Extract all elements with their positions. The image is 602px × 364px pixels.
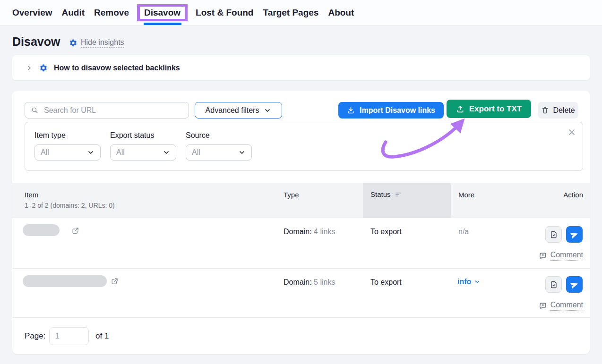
comment-plus-icon <box>539 252 547 260</box>
search-input[interactable] <box>43 106 177 115</box>
send-icon <box>570 280 579 289</box>
type-prefix: Domain: <box>284 278 312 286</box>
page-total-label: of 1 <box>95 331 109 341</box>
howto-label: How to disavow selected backlinks <box>54 64 180 72</box>
external-link-icon[interactable] <box>71 227 79 235</box>
item-type-value: All <box>41 148 49 157</box>
row-divider <box>12 317 590 318</box>
delete-button[interactable]: Delete <box>538 102 578 119</box>
close-filters-icon[interactable] <box>568 128 576 136</box>
chevron-down-icon <box>163 149 170 156</box>
item-type-label: Item type <box>34 131 101 140</box>
row-divider <box>12 268 590 269</box>
item-type-select[interactable]: All <box>34 144 101 161</box>
disavow-page: Overview Audit Remove Disavow Lost & Fou… <box>0 0 602 364</box>
search-icon <box>31 106 39 114</box>
column-header-more: More <box>458 191 474 199</box>
status-cell: To export <box>370 228 402 236</box>
page-input[interactable] <box>49 327 89 345</box>
howto-accordion[interactable]: How to disavow selected backlinks <box>12 55 590 80</box>
info-label: info <box>457 278 471 286</box>
chevron-down-icon <box>474 279 481 285</box>
item-count-summary: 1–2 of 2 (domains: 2, URLs: 0) <box>25 202 115 209</box>
chevron-down-icon <box>238 149 246 156</box>
column-header-type: Type <box>284 191 299 199</box>
filter-item-type: Item type All <box>34 131 101 161</box>
page-title: Disavow <box>12 35 60 49</box>
import-disavow-links-button[interactable]: Import Disavow links <box>338 102 444 119</box>
gear-icon <box>39 64 48 72</box>
document-check-button[interactable] <box>545 276 562 293</box>
status-cell: To export <box>370 278 402 287</box>
tab-target-pages[interactable]: Target Pages <box>263 8 318 18</box>
highlight-box-disavow: Disavow <box>137 4 188 21</box>
type-links: 5 links <box>314 278 335 286</box>
comment-label: Comment <box>550 301 583 311</box>
upload-icon <box>456 105 464 113</box>
column-header-item: Item <box>25 191 38 199</box>
export-status-select[interactable]: All <box>110 144 176 161</box>
active-tab-indicator <box>144 23 181 25</box>
page-label: Page: <box>25 331 45 341</box>
status-header-label: Status <box>370 190 391 198</box>
tab-remove[interactable]: Remove <box>94 8 129 18</box>
column-header-action: Action <box>563 191 583 199</box>
chevron-right-icon <box>26 64 33 72</box>
trash-icon <box>541 106 549 114</box>
top-nav: Overview Audit Remove Disavow Lost & Fou… <box>0 0 602 26</box>
export-status-value: All <box>116 148 125 157</box>
column-header-status[interactable]: Status <box>370 190 402 198</box>
import-label: Import Disavow links <box>360 106 435 115</box>
table-header: Item 1–2 of 2 (domains: 2, URLs: 0) Type… <box>12 183 590 218</box>
tab-about[interactable]: About <box>328 8 354 18</box>
delete-label: Delete <box>553 106 575 115</box>
filter-source: Source All <box>186 131 252 161</box>
filters-panel: Item type All Export status All Source A… <box>25 122 583 171</box>
hide-insights-label: Hide insights <box>81 38 124 48</box>
comment-link[interactable]: Comment <box>539 251 583 261</box>
send-button[interactable] <box>566 226 583 243</box>
source-label: Source <box>186 131 252 140</box>
filter-export-status: Export status All <box>110 131 176 161</box>
more-cell: n/a <box>458 228 469 236</box>
status-column-highlight <box>363 183 451 218</box>
advanced-filters-label: Advanced filters <box>206 106 259 115</box>
comment-plus-icon <box>539 302 547 310</box>
comment-label: Comment <box>550 251 583 261</box>
download-icon <box>347 106 355 114</box>
document-check-icon <box>550 280 558 289</box>
tab-lost-and-found[interactable]: Lost & Found <box>196 8 253 18</box>
chevron-down-icon <box>264 107 271 114</box>
document-check-button[interactable] <box>545 226 562 243</box>
type-prefix: Domain: <box>284 228 312 236</box>
type-cell: Domain: 4 links <box>284 228 335 236</box>
comment-link[interactable]: Comment <box>539 301 583 311</box>
send-icon <box>570 230 579 239</box>
hide-insights-link[interactable]: Hide insights <box>69 38 124 48</box>
source-value: All <box>192 148 200 157</box>
search-box <box>25 102 189 119</box>
redacted-item <box>23 224 60 236</box>
advanced-filters-button[interactable]: Advanced filters <box>195 102 282 119</box>
export-to-txt-button[interactable]: Export to TXT <box>447 100 531 118</box>
document-check-icon <box>550 230 558 239</box>
chevron-down-icon <box>87 149 95 156</box>
gear-icon <box>69 39 77 47</box>
external-link-icon[interactable] <box>111 277 119 285</box>
send-button[interactable] <box>566 276 583 293</box>
sort-icon <box>395 191 402 198</box>
type-links: 4 links <box>314 228 335 236</box>
info-dropdown[interactable]: info <box>457 278 481 286</box>
export-status-label: Export status <box>110 131 176 140</box>
tab-overview[interactable]: Overview <box>12 8 52 18</box>
source-select[interactable]: All <box>186 144 252 161</box>
tab-disavow[interactable]: Disavow <box>140 7 185 19</box>
redacted-item <box>23 275 107 287</box>
type-cell: Domain: 5 links <box>284 278 335 287</box>
tab-audit[interactable]: Audit <box>62 8 85 18</box>
export-label: Export to TXT <box>469 104 522 114</box>
